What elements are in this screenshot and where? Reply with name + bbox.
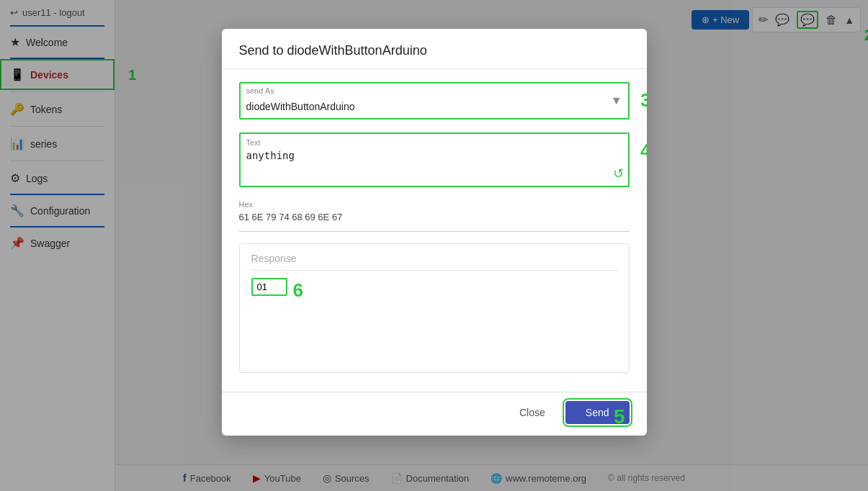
response-section: Response 6 5 bbox=[239, 243, 630, 373]
text-label: Text bbox=[246, 138, 622, 147]
send-as-wrapper: send As diodeWithButtonArduino ▼ bbox=[239, 82, 630, 120]
text-input[interactable]: anything bbox=[246, 150, 622, 179]
send-as-select[interactable]: diodeWithButtonArduino bbox=[246, 98, 622, 115]
refresh-icon[interactable]: ↺ bbox=[613, 166, 624, 181]
response-input[interactable] bbox=[251, 278, 287, 296]
hex-section: Hex 61 6E 79 74 68 69 6E 67 bbox=[239, 200, 630, 232]
modal-overlay: Send to diodeWithButtonArduino send As d… bbox=[0, 0, 868, 491]
annotation-6: 6 bbox=[293, 279, 303, 302]
response-label: Response bbox=[251, 253, 617, 271]
modal-title: Send to diodeWithButtonArduino bbox=[222, 29, 647, 69]
close-button[interactable]: Close bbox=[508, 401, 557, 424]
send-dialog: Send to diodeWithButtonArduino send As d… bbox=[222, 29, 647, 436]
annotation-4: 4 bbox=[640, 140, 646, 162]
text-group: Text anything ↺ 4 bbox=[239, 132, 630, 187]
modal-footer: Close Send bbox=[222, 392, 647, 436]
hex-value: 61 6E 79 74 68 69 6E 67 bbox=[239, 212, 630, 232]
response-input-row: 6 bbox=[251, 278, 617, 296]
send-button[interactable]: Send bbox=[565, 401, 630, 424]
text-wrapper: Text anything ↺ bbox=[239, 132, 630, 187]
send-as-label: send As bbox=[246, 86, 622, 95]
hex-label: Hex bbox=[239, 200, 630, 209]
send-as-group: send As diodeWithButtonArduino ▼ 3 bbox=[239, 82, 630, 120]
modal-body: send As diodeWithButtonArduino ▼ 3 Text … bbox=[222, 69, 647, 392]
annotation-3: 3 bbox=[640, 89, 646, 112]
